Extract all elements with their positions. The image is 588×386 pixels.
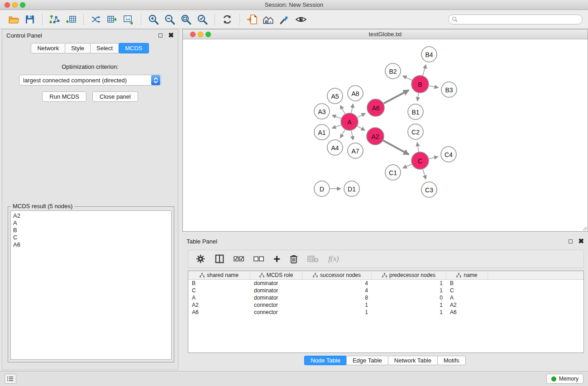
network-edge-B-B2[interactable] — [403, 76, 412, 80]
zoom-fit-button[interactable] — [178, 12, 194, 27]
network-edge-A-A2[interactable] — [357, 126, 365, 131]
network-node-A4[interactable]: A4 — [327, 140, 343, 155]
table-cell[interactable]: C — [446, 287, 488, 294]
network-edge-A-A7[interactable] — [351, 131, 353, 140]
close-panel-button[interactable]: Close panel — [92, 91, 138, 102]
table-row[interactable]: A2connector11A2 — [188, 301, 583, 309]
column-header-shared-name[interactable]: shared name — [188, 271, 250, 279]
network-node-A1[interactable]: A1 — [314, 124, 330, 140]
result-item[interactable]: C — [13, 234, 169, 241]
table-cell[interactable]: 8 — [302, 295, 372, 301]
float-panel-icon[interactable] — [569, 239, 573, 243]
table-cell[interactable]: dominator — [250, 295, 302, 301]
netwin-close-button[interactable] — [190, 32, 196, 37]
table-cell[interactable]: 1 — [302, 309, 372, 315]
table-cell[interactable]: 1 — [302, 302, 372, 308]
column-header-MCDS-role[interactable]: MCDS role — [250, 271, 302, 279]
network-node-C3[interactable]: C3 — [421, 182, 437, 197]
network-edge-C-C1[interactable] — [403, 164, 412, 168]
table-cell[interactable]: 1 — [372, 280, 446, 286]
style-brush-button[interactable] — [277, 12, 293, 27]
import-table-button[interactable] — [63, 12, 79, 27]
network-edge-C-C4[interactable] — [429, 157, 438, 159]
network-graph[interactable]: B4B2BB3A8A5A6A3B1AA1C2A2A4A7C4CC1C3DD1 — [183, 39, 588, 232]
export-image-button[interactable] — [120, 12, 137, 27]
table-cell[interactable]: 4 — [302, 287, 372, 294]
export-network-button[interactable] — [88, 12, 104, 27]
table-row[interactable]: Bdominator41B — [188, 280, 583, 287]
table-cell[interactable]: 0 — [372, 295, 446, 301]
tab-network-table[interactable]: Network Table — [388, 356, 438, 365]
network-node-D[interactable]: D — [314, 181, 330, 196]
network-manager-button[interactable] — [260, 12, 277, 27]
zoom-out-button[interactable] — [162, 12, 178, 27]
close-panel-icon[interactable]: ✖ — [578, 239, 584, 243]
table-cell[interactable]: 1 — [372, 287, 446, 294]
network-node-A6[interactable]: A6 — [367, 99, 384, 116]
show-columns-button[interactable] — [215, 253, 225, 265]
table-row[interactable]: A6connector11A6 — [188, 309, 583, 316]
tab-select[interactable]: Select — [90, 43, 119, 53]
refresh-button[interactable] — [219, 12, 235, 27]
table-cell[interactable]: 4 — [302, 280, 372, 286]
network-canvas[interactable]: B4B2BB3A8A5A6A3B1AA1C2A2A4A7C4CC1C3DD1 — [183, 39, 587, 231]
table-cell[interactable]: A6 — [188, 309, 250, 315]
tab-node-table[interactable]: Node Table — [304, 356, 347, 365]
network-edge-A-A3[interactable] — [332, 115, 341, 119]
mcds-result-list[interactable]: A2ABCA6 — [10, 210, 172, 360]
select-all-button[interactable] — [234, 253, 244, 265]
network-node-C[interactable]: C — [411, 152, 429, 169]
window-minimize-button[interactable] — [12, 2, 18, 8]
task-history-button[interactable] — [5, 374, 16, 384]
table-cell[interactable]: A2 — [446, 302, 488, 308]
export-table-button[interactable] — [104, 12, 120, 27]
network-edge-C-C2[interactable] — [417, 143, 419, 152]
table-cell[interactable]: 1 — [372, 302, 446, 308]
network-edge-B-B1[interactable] — [417, 93, 419, 101]
table-cell[interactable]: B — [188, 280, 250, 286]
table-settings-button[interactable] — [196, 253, 206, 265]
table-cell[interactable]: A6 — [446, 309, 488, 315]
criterion-dropdown[interactable]: largest connected component (directed) — [19, 75, 161, 86]
memory-button[interactable]: Memory — [546, 374, 583, 384]
open-session-button[interactable] — [5, 12, 22, 27]
network-node-C4[interactable]: C4 — [441, 147, 456, 162]
network-edge-A2-C[interactable] — [383, 141, 409, 155]
network-edge-A-A6[interactable] — [358, 113, 366, 117]
table-row[interactable]: Adominator80A — [188, 294, 583, 301]
run-mcds-button[interactable]: Run MCDS — [42, 91, 86, 102]
zoom-in-button[interactable] — [145, 12, 162, 27]
network-edge-B-B3[interactable] — [429, 86, 439, 88]
table-cell[interactable]: A — [188, 295, 250, 301]
toolbar-search[interactable] — [448, 14, 583, 24]
table-cell[interactable]: B — [446, 280, 488, 286]
search-input[interactable] — [460, 16, 579, 23]
table-cell[interactable]: C — [188, 287, 250, 294]
network-edge-C-C3[interactable] — [423, 169, 426, 179]
show-hide-button[interactable] — [293, 12, 309, 27]
network-node-A[interactable]: A — [341, 113, 358, 130]
network-window-titlebar[interactable]: testGlobe.txt — [183, 29, 588, 39]
network-node-B[interactable]: B — [411, 76, 429, 93]
delete-column-button[interactable] — [289, 253, 298, 265]
network-node-C1[interactable]: C1 — [385, 165, 401, 180]
network-node-A2[interactable]: A2 — [367, 128, 384, 145]
table-cell[interactable]: connector — [250, 309, 302, 315]
open-file-button[interactable] — [244, 12, 260, 27]
network-node-A3[interactable]: A3 — [314, 104, 330, 119]
table-cell[interactable]: connector — [250, 302, 302, 308]
float-panel-icon[interactable] — [158, 33, 163, 38]
network-node-D1[interactable]: D1 — [344, 181, 359, 196]
network-node-A7[interactable]: A7 — [348, 143, 363, 158]
network-edge-B-B4[interactable] — [423, 65, 426, 76]
result-item[interactable]: A2 — [13, 212, 169, 219]
network-node-B2[interactable]: B2 — [385, 63, 401, 79]
deselect-all-button[interactable] — [253, 253, 264, 265]
column-header-name[interactable]: name — [446, 271, 488, 279]
column-header-successor-nodes[interactable]: successor nodes — [302, 271, 372, 279]
network-edge-A-A4[interactable] — [340, 129, 345, 138]
tab-edge-table[interactable]: Edge Table — [346, 356, 388, 365]
network-node-B1[interactable]: B1 — [408, 104, 423, 119]
network-edge-A-A5[interactable] — [340, 105, 345, 114]
zoom-selected-button[interactable] — [194, 12, 210, 27]
